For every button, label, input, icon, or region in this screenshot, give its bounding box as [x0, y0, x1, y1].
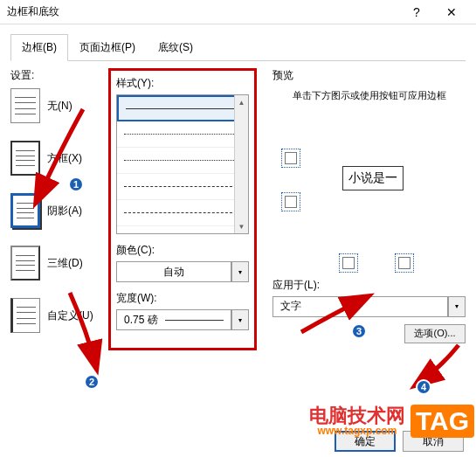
setting-label: 方框(X): [47, 151, 82, 166]
border-bottom-toggle[interactable]: [281, 192, 300, 211]
cancel-button[interactable]: 取消: [403, 431, 464, 452]
close-button[interactable]: ✕: [434, 0, 469, 24]
scroll-up-icon[interactable]: ▲: [235, 95, 248, 109]
setting-custom[interactable]: 自定义(U): [10, 298, 107, 333]
custom-icon: [10, 298, 40, 333]
apply-select[interactable]: 文字: [272, 296, 448, 317]
style-listbox[interactable]: ▲ ▼: [116, 94, 249, 234]
style-option-dashed[interactable]: [117, 174, 248, 200]
style-scrollbar[interactable]: ▲ ▼: [234, 95, 248, 233]
options-text: 选项(O)...: [414, 327, 455, 340]
watermark-extra: 下载站: [437, 411, 466, 424]
preview-text: 小说是一: [342, 166, 404, 190]
box-icon: [10, 141, 40, 176]
watermark-main: 电脑技术网: [309, 405, 405, 426]
style-label: 样式(Y):: [116, 76, 249, 91]
threeD-icon: [10, 246, 40, 280]
width-value: 0.75 磅: [124, 313, 158, 328]
style-option-dotted[interactable]: [117, 121, 248, 148]
setting-label: 自定义(U): [47, 308, 93, 323]
apply-dropdown-button[interactable]: ▾: [448, 296, 466, 317]
window-title: 边框和底纹: [7, 4, 59, 19]
width-dropdown-button[interactable]: ▾: [231, 309, 249, 330]
tab-page-border[interactable]: 页面边框(P): [68, 34, 147, 61]
none-icon: [10, 88, 40, 123]
annotation-badge-4: 4: [416, 379, 431, 395]
width-label: 宽度(W):: [116, 291, 249, 306]
border-right-toggle[interactable]: [395, 253, 414, 273]
setting-shadow[interactable]: 阴影(A): [10, 193, 107, 228]
setting-label: 阴影(A): [47, 204, 82, 218]
annotation-badge-2: 2: [84, 374, 100, 390]
style-option-dash-fine[interactable]: [117, 148, 248, 174]
style-option-dash-long[interactable]: [117, 200, 248, 226]
setting-3d[interactable]: 三维(D): [10, 246, 107, 280]
preview-label: 预览: [272, 68, 466, 83]
border-left-toggle[interactable]: [339, 253, 358, 273]
color-dropdown-button[interactable]: ▾: [231, 261, 249, 282]
shadow-icon: [10, 193, 40, 228]
tab-shading[interactable]: 底纹(S): [147, 34, 204, 61]
setting-label: 无(N): [47, 99, 72, 114]
color-select[interactable]: 自动: [116, 261, 231, 282]
preview-area: 小说是一: [272, 114, 466, 271]
style-option-solid[interactable]: [117, 95, 248, 121]
color-label: 颜色(C):: [116, 243, 249, 258]
ok-button[interactable]: 确定: [335, 431, 396, 452]
setting-none[interactable]: 无(N): [10, 88, 107, 123]
tab-border[interactable]: 边框(B): [10, 34, 68, 61]
options-button[interactable]: 选项(O)...: [404, 324, 466, 343]
help-button[interactable]: ?: [399, 0, 434, 24]
border-top-toggle[interactable]: [281, 149, 300, 168]
annotation-badge-1: 1: [68, 177, 84, 192]
setting-label: 三维(D): [47, 256, 83, 271]
settings-label: 设置:: [10, 68, 107, 83]
width-select[interactable]: 0.75 磅: [116, 309, 231, 330]
preview-hint: 单击下方图示或使用按钮可应用边框: [272, 88, 466, 103]
setting-box[interactable]: 方框(X): [10, 141, 107, 176]
annotation-badge-3: 3: [351, 323, 367, 339]
apply-label: 应用于(L):: [272, 278, 466, 293]
scroll-down-icon[interactable]: ▼: [235, 219, 248, 233]
